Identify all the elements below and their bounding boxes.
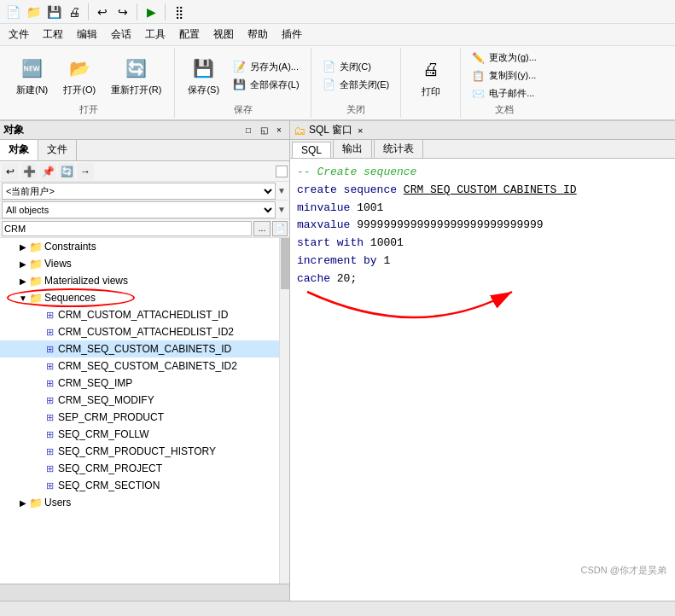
label-seq-5: CRM_SEQ_IMP: [58, 377, 132, 389]
tree-item-seq-10[interactable]: ⊞ SEQ_CRM_PROJECT: [0, 460, 289, 477]
sql-cacheval: 20;: [337, 272, 357, 285]
tree-item-constraints[interactable]: ▶ 📁 Constraints: [0, 238, 289, 255]
refresh-btn[interactable]: ↩: [2, 163, 19, 180]
menu-view[interactable]: 视图: [207, 25, 241, 44]
menu-project[interactable]: 工程: [36, 25, 70, 44]
new-object-btn[interactable]: 📄: [272, 221, 288, 236]
ribbon-group-save: 💾 保存(S) 📝 另存为(A)... 💾 全部保存(L) 保存: [175, 48, 311, 118]
tree-item-views[interactable]: ▶ 📁 Views: [0, 255, 289, 272]
ribbon-changeto-btn[interactable]: ✏️ 更改为(g)...: [468, 49, 541, 66]
bottom-bar: [0, 601, 675, 616]
label-seq-7: SEP_CRM_PRODUCT: [58, 411, 164, 423]
tree-item-seq-1[interactable]: ⊞ CRM_CUSTOM_ATTACHEDLIST_ID: [0, 306, 289, 323]
expand-seq5: [31, 377, 43, 389]
tree-item-seq-11[interactable]: ⊞ SEQ_CRM_SECTION: [0, 477, 289, 494]
reopen-icon: 🔄: [123, 55, 150, 82]
toolbar-open-btn[interactable]: 📁: [24, 3, 43, 21]
scrollbar-thumb[interactable]: [281, 238, 289, 289]
tree-item-seq-7[interactable]: ⊞ SEP_CRM_PRODUCT: [0, 409, 289, 426]
menu-tools[interactable]: 工具: [138, 25, 172, 44]
tree-item-seq-4[interactable]: ⊞ CRM_SEQ_CUSTOM_CABINETS_ID2: [0, 357, 289, 375]
search-row: ... 📄: [0, 219, 289, 238]
sync-btn[interactable]: 🔄: [58, 163, 75, 180]
folder-icon: 📁: [29, 292, 43, 304]
toolbar-redo-btn[interactable]: ↪: [113, 3, 132, 21]
menu-edit[interactable]: 编辑: [70, 25, 104, 44]
menu-session[interactable]: 会话: [104, 25, 138, 44]
ribbon-saveall-btn[interactable]: 💾 全部保存(L): [229, 77, 303, 93]
search-input[interactable]: [2, 221, 252, 236]
ribbon-saveas-btn[interactable]: 📝 另存为(A)...: [229, 59, 303, 75]
saveas-label: 另存为(A)...: [250, 61, 299, 73]
tree-item-seq-3[interactable]: ⊞ CRM_SEQ_CUSTOM_CABINETS_ID: [0, 340, 289, 357]
toolbar-save-btn[interactable]: 💾: [44, 3, 63, 21]
ribbon-print-btn[interactable]: 🖨 打印: [410, 52, 451, 102]
toolbar-undo-btn[interactable]: ↩: [93, 3, 112, 21]
open-icon: 📂: [66, 55, 93, 82]
expand-sequences[interactable]: ▼: [17, 292, 29, 304]
seq-icon: ⊞: [43, 394, 56, 406]
folder-icon: 📁: [29, 275, 43, 287]
menu-config[interactable]: 配置: [172, 25, 207, 44]
tab-output[interactable]: 输出: [333, 139, 372, 158]
ribbon-email-btn[interactable]: ✉️ 电子邮件...: [468, 85, 541, 102]
close-icon: 📄: [323, 61, 336, 73]
scrollbar-track[interactable]: [279, 238, 289, 584]
user-filter[interactable]: <当前用户>: [2, 183, 276, 200]
tree-item-users[interactable]: ▶ 📁 Users: [0, 494, 289, 511]
toolbar-print-btn[interactable]: 🖨: [65, 3, 84, 21]
search-btn[interactable]: ...: [253, 221, 271, 236]
tree-item-seq-9[interactable]: ⊞ SEQ_CRM_PRODUCT_HISTORY: [0, 443, 289, 460]
menu-bar: 文件 工程 编辑 会话 工具 配置 视图 帮助 插件: [0, 24, 675, 46]
expand-views[interactable]: ▶: [17, 258, 29, 270]
sql-content[interactable]: -- Create sequence create sequence CRM_S…: [290, 159, 675, 601]
menu-file[interactable]: 文件: [2, 25, 36, 44]
expand-users[interactable]: ▶: [17, 497, 29, 508]
group-doc-label: 文档: [495, 103, 514, 116]
panel-float-btn[interactable]: ◱: [257, 124, 271, 137]
menu-plugin[interactable]: 插件: [275, 25, 309, 44]
expand-constraints[interactable]: ▶: [17, 241, 29, 253]
tree-item-seq-5[interactable]: ⊞ CRM_SEQ_IMP: [0, 375, 289, 392]
object-filter-row: All objects ▼: [0, 200, 289, 219]
expand-matviews[interactable]: ▶: [17, 275, 29, 287]
panel-dock-btn[interactable]: □: [241, 124, 255, 137]
pin-btn[interactable]: 📌: [39, 163, 56, 180]
tab-files[interactable]: 文件: [38, 140, 77, 160]
toolbar-run-btn[interactable]: ▶: [142, 3, 160, 21]
sql-line-6: increment by 1: [297, 253, 668, 270]
tree-item-seq-6[interactable]: ⊞ CRM_SEQ_MODIFY: [0, 392, 289, 409]
folder-icon: 📁: [29, 497, 43, 508]
nav-btn[interactable]: →: [77, 163, 94, 180]
object-type-filter[interactable]: All objects: [2, 201, 276, 218]
close-label: 关闭(C): [340, 61, 371, 73]
add-btn[interactable]: ➕: [20, 163, 38, 180]
seq-icon: ⊞: [43, 309, 56, 321]
ribbon-reopen-btn[interactable]: 🔄 重新打开(R): [105, 50, 167, 101]
tree-item-seq-2[interactable]: ⊞ CRM_CUSTOM_ATTACHEDLIST_ID2: [0, 323, 289, 340]
toolbar-sep-2: [137, 3, 137, 20]
menu-help[interactable]: 帮助: [241, 25, 275, 44]
tree-item-seq-8[interactable]: ⊞ SEQ_CRM_FOLLW: [0, 426, 289, 443]
tab-objects[interactable]: 对象: [0, 140, 38, 160]
sql-minval: 1001: [357, 201, 383, 214]
ribbon-new-btn[interactable]: 🆕 新建(N): [10, 50, 54, 101]
ribbon-copyto-btn[interactable]: 📋 复制到(y)...: [468, 67, 541, 84]
toolbar-columns-btn[interactable]: ⣿: [170, 3, 189, 21]
expand-seq7: [31, 411, 43, 423]
ribbon-save-btn[interactable]: 💾 保存(S): [182, 50, 225, 101]
tab-sql[interactable]: SQL: [292, 142, 331, 158]
ribbon-closeall-btn[interactable]: 📄 全部关闭(E): [318, 77, 394, 93]
ribbon-open-btn[interactable]: 📂 打开(O): [57, 50, 102, 101]
expand-box[interactable]: [276, 166, 288, 177]
ribbon-close-btn[interactable]: 📄 关闭(C): [318, 59, 394, 75]
tree-item-matviews[interactable]: ▶ 📁 Materialized views: [0, 272, 289, 289]
sql-window-icon: 🗂: [294, 124, 305, 137]
ribbon-save-buttons: 💾 保存(S) 📝 另存为(A)... 💾 全部保存(L): [182, 49, 303, 102]
toolbar-new-btn[interactable]: 📄: [3, 3, 22, 21]
folder-icon: 📁: [29, 241, 43, 253]
sql-window-close[interactable]: ×: [358, 125, 363, 136]
tree-item-sequences[interactable]: ▼ 📁 Sequences: [0, 289, 289, 306]
panel-close-btn[interactable]: ×: [272, 124, 286, 137]
tab-stats[interactable]: 统计表: [374, 139, 423, 158]
